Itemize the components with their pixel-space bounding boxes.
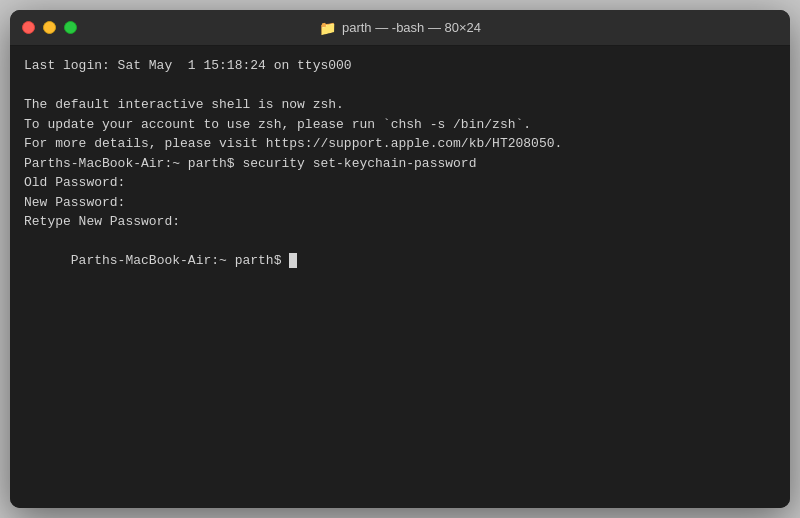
window-title: 📁 parth — -bash — 80×24: [319, 20, 481, 36]
terminal-line: Last login: Sat May 1 15:18:24 on ttys00…: [24, 56, 776, 76]
terminal-line: For more details, please visit https://s…: [24, 134, 776, 154]
terminal-line: To update your account to use zsh, pleas…: [24, 115, 776, 135]
close-button[interactable]: [22, 21, 35, 34]
terminal-line: Parths-MacBook-Air:~ parth$ security set…: [24, 154, 776, 174]
terminal-cursor: [289, 253, 297, 268]
terminal-line: Old Password:: [24, 173, 776, 193]
title-icon: 📁: [319, 20, 336, 36]
traffic-lights: [22, 21, 77, 34]
maximize-button[interactable]: [64, 21, 77, 34]
terminal-line: New Password:: [24, 193, 776, 213]
minimize-button[interactable]: [43, 21, 56, 34]
prompt-text: Parths-MacBook-Air:~ parth$: [71, 253, 289, 268]
titlebar: 📁 parth — -bash — 80×24: [10, 10, 790, 46]
title-text: parth — -bash — 80×24: [342, 20, 481, 35]
terminal-line: The default interactive shell is now zsh…: [24, 95, 776, 115]
terminal-line-prompt: Parths-MacBook-Air:~ parth$: [24, 232, 776, 291]
terminal-body[interactable]: Last login: Sat May 1 15:18:24 on ttys00…: [10, 46, 790, 508]
terminal-window: 📁 parth — -bash — 80×24 Last login: Sat …: [10, 10, 790, 508]
terminal-line: [24, 76, 776, 96]
terminal-line: Retype New Password:: [24, 212, 776, 232]
